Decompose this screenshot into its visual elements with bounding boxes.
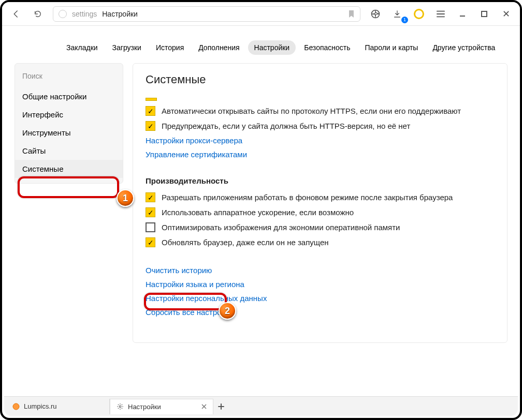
settings-nav: Закладки Загрузки История Дополнения Нас…	[2, 26, 520, 63]
checkbox-label: Автоматически открывать сайты по протоко…	[162, 107, 461, 115]
nav-tab-passwords[interactable]: Пароли и карты	[359, 40, 425, 55]
svg-point-2	[13, 403, 19, 410]
extensions-button[interactable]	[409, 6, 429, 22]
plus-icon	[218, 403, 225, 410]
svg-point-3	[119, 406, 121, 408]
maximize-icon	[481, 11, 487, 17]
checkbox-icon: ✓	[146, 237, 155, 247]
close-icon	[201, 404, 207, 409]
zen-button[interactable]	[366, 6, 385, 22]
link-clear-history[interactable]: Очистить историю	[146, 266, 495, 275]
window-maximize-button[interactable]	[474, 6, 494, 22]
tab-close-button[interactable]	[201, 404, 207, 409]
browser-tabstrip: Lumpics.ru Настройки	[4, 396, 518, 416]
reload-icon	[34, 10, 42, 18]
browser-tab-lumpics[interactable]: Lumpics.ru	[6, 399, 110, 414]
url-prefix: settings	[72, 10, 97, 18]
checkbox-icon: ✓	[146, 121, 155, 131]
subheading-performance: Производительность	[146, 176, 495, 185]
checkbox-label: Оптимизировать изображения для экономии …	[162, 223, 400, 232]
checkbox-label: Разрешать приложениям работать в фоновом…	[162, 193, 453, 202]
checkbox-label: Обновлять браузер, даже если он не запущ…	[162, 238, 329, 247]
nav-tab-settings[interactable]: Настройки	[248, 40, 296, 55]
window-close-button[interactable]	[496, 6, 516, 22]
reload-button[interactable]	[28, 6, 48, 22]
checkbox-icon	[146, 222, 155, 232]
checkbox-background-apps[interactable]: ✓ Разрешать приложениям работать в фонов…	[146, 192, 495, 202]
checkbox-label: Предупреждать, если у сайта должна быть …	[162, 122, 410, 130]
sidebar-item-interface[interactable]: Интерфейс	[15, 106, 123, 124]
browser-tab-settings[interactable]: Настройки	[110, 399, 213, 414]
extension-ring-icon	[414, 9, 424, 19]
arrow-left-icon	[11, 9, 21, 19]
downloads-button[interactable]: 1	[387, 6, 407, 22]
nav-tab-security[interactable]: Безопасность	[298, 40, 356, 55]
nav-tab-bookmarks[interactable]: Закладки	[60, 40, 104, 55]
checkbox-optimize-images[interactable]: Оптимизировать изображения для экономии …	[146, 222, 495, 232]
checkbox-https-warn[interactable]: ✓ Предупреждать, если у сайта должна быт…	[146, 121, 495, 131]
link-certificates[interactable]: Управление сертификатами	[146, 150, 495, 159]
main-split: Поиск Общие настройки Интерфейс Инструме…	[2, 63, 520, 343]
section-divider	[146, 98, 157, 101]
link-proxy-settings[interactable]: Настройки прокси-сервера	[146, 136, 495, 145]
checkbox-hw-accel[interactable]: ✓ Использовать аппаратное ускорение, есл…	[146, 207, 495, 217]
download-icon	[393, 10, 401, 18]
minimize-icon	[459, 10, 466, 18]
nav-tab-downloads[interactable]: Загрузки	[106, 40, 148, 55]
svg-rect-1	[482, 11, 487, 17]
zen-icon	[370, 9, 381, 19]
url-title: Настройки	[102, 10, 138, 18]
nav-tab-devices[interactable]: Другие устройства	[426, 40, 501, 55]
checkbox-icon: ✓	[146, 207, 155, 217]
site-identity-icon	[59, 10, 67, 18]
settings-sidebar: Поиск Общие настройки Интерфейс Инструме…	[15, 63, 123, 184]
sidebar-item-general[interactable]: Общие настройки	[15, 87, 123, 106]
favicon-icon	[12, 403, 20, 410]
bottom-links: Очистить историю Настройки языка и регио…	[146, 266, 495, 317]
menu-button[interactable]	[431, 6, 451, 22]
sidebar-item-tools[interactable]: Инструменты	[15, 124, 123, 142]
window-minimize-button[interactable]	[453, 6, 472, 22]
nav-tab-history[interactable]: История	[150, 40, 190, 55]
nav-tab-addons[interactable]: Дополнения	[192, 40, 245, 55]
checkbox-https-auto[interactable]: ✓ Автоматически открывать сайты по прото…	[146, 106, 495, 116]
tab-title: Lumpics.ru	[24, 402, 57, 410]
hamburger-icon	[437, 10, 445, 18]
browser-toolbar: settings Настройки 1	[2, 2, 520, 26]
link-personal-data[interactable]: Настройки персональных данных	[146, 294, 495, 303]
gear-icon	[117, 403, 124, 410]
settings-content: Системные ✓ Автоматически открывать сайт…	[133, 63, 508, 343]
sidebar-item-sites[interactable]: Сайты	[15, 142, 123, 160]
new-tab-button[interactable]	[213, 403, 229, 410]
page-title: Системные	[146, 73, 495, 86]
back-button[interactable]	[6, 6, 26, 22]
bookmark-icon[interactable]	[348, 10, 355, 18]
link-language-region[interactable]: Настройки языка и региона	[146, 280, 495, 289]
close-icon	[503, 10, 510, 17]
download-badge: 1	[401, 17, 408, 23]
sidebar-item-system[interactable]: Системные	[15, 160, 123, 178]
checkbox-icon: ✓	[146, 106, 155, 116]
checkbox-auto-update[interactable]: ✓ Обновлять браузер, даже если он не зап…	[146, 237, 495, 247]
link-reset-settings[interactable]: Сбросить все настройки	[146, 308, 495, 317]
tab-title: Настройки	[128, 403, 161, 411]
sidebar-search-input[interactable]: Поиск	[15, 64, 123, 87]
checkbox-label: Использовать аппаратное ускорение, если …	[162, 208, 354, 217]
address-bar[interactable]: settings Настройки	[53, 6, 360, 22]
checkbox-icon: ✓	[146, 192, 155, 202]
